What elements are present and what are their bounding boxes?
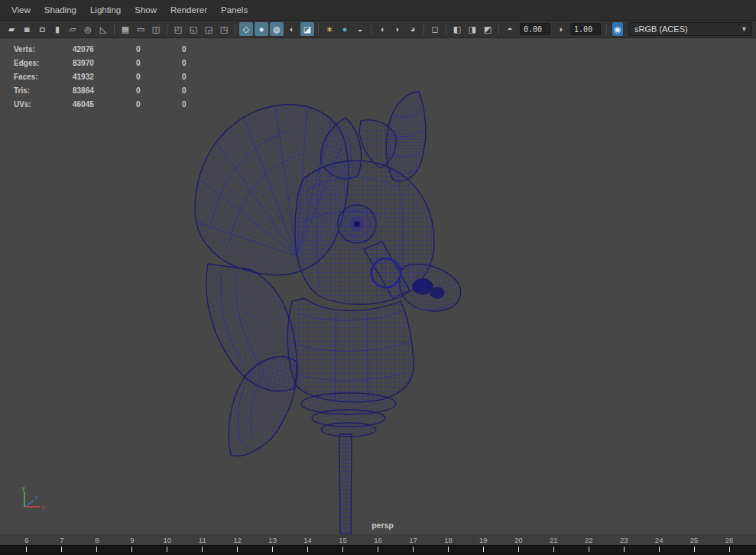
- head-wireframe[interactable]: [295, 161, 461, 311]
- toolbar-separator: [167, 24, 167, 34]
- timeline-frame-18[interactable]: 18: [430, 536, 466, 544]
- safe-action-icon[interactable]: ◲: [202, 22, 216, 36]
- field-chart-icon[interactable]: ◱: [187, 22, 200, 36]
- xray-icon[interactable]: ◪: [300, 22, 314, 36]
- timeline-tick[interactable]: [44, 546, 79, 555]
- grease-pencil-icon[interactable]: ◺: [96, 22, 110, 36]
- timeline-frame-12[interactable]: 12: [220, 536, 255, 544]
- timeline-frame-11[interactable]: 11: [185, 536, 220, 544]
- isolate-select-icon[interactable]: ▰: [5, 22, 18, 36]
- image-plane-icon[interactable]: ▱: [66, 22, 79, 36]
- timeline-frame-9[interactable]: 9: [115, 536, 150, 544]
- timeline-tick[interactable]: [220, 546, 255, 555]
- timeline-frame-21[interactable]: 21: [536, 536, 571, 544]
- axis-y-label: y: [22, 485, 25, 492]
- timeline-ticks[interactable]: [0, 545, 756, 555]
- timeline-frame-15[interactable]: 15: [326, 536, 361, 544]
- timeline-tick[interactable]: [361, 546, 396, 555]
- timeline-tick[interactable]: [466, 546, 501, 555]
- timeline-tick[interactable]: [290, 546, 326, 555]
- gamma-field[interactable]: [570, 23, 601, 35]
- colorspace-dropdown[interactable]: sRGB (ACES) ▼: [628, 22, 752, 36]
- exposure-field[interactable]: [520, 23, 550, 35]
- timeline-tick[interactable]: [536, 546, 571, 555]
- timeline-tick[interactable]: [571, 546, 606, 555]
- lights-icon[interactable]: ∗: [323, 22, 336, 36]
- timeline-frame-7[interactable]: 7: [44, 536, 79, 544]
- timeline-tick[interactable]: [9, 546, 44, 555]
- timeline-frame-23[interactable]: 23: [606, 536, 641, 544]
- timeline-tick[interactable]: [430, 546, 466, 555]
- anti-aliasing-icon[interactable]: ◗: [391, 22, 404, 36]
- film-gate-icon[interactable]: ▭: [134, 22, 148, 36]
- timeline-tick[interactable]: [255, 546, 290, 555]
- bookmark-icon[interactable]: ▮: [50, 22, 64, 36]
- make-live-icon[interactable]: ◨: [466, 22, 479, 36]
- grid-icon[interactable]: ▦: [118, 22, 132, 36]
- timeline-frame-6[interactable]: 6: [9, 536, 44, 544]
- select-camera-icon[interactable]: ◙: [20, 22, 34, 36]
- textured-icon[interactable]: ◍: [270, 22, 284, 36]
- timeline-frames[interactable]: 67891011121314151617181920212223242526: [0, 534, 756, 545]
- hud-row: Faces:4193200: [14, 70, 228, 83]
- timeline-frame-25[interactable]: 25: [677, 536, 712, 544]
- timeline-tick[interactable]: [606, 546, 641, 555]
- hud-col2: 0: [136, 45, 182, 54]
- menu-item-shading[interactable]: Shading: [37, 2, 83, 18]
- horn-wireframe[interactable]: [386, 92, 426, 181]
- screen-space-ao-icon[interactable]: ◒: [353, 22, 367, 36]
- symmetry-icon[interactable]: ◩: [481, 22, 495, 36]
- timeline-tick[interactable]: [395, 546, 430, 555]
- safe-title-icon[interactable]: ◳: [217, 22, 231, 36]
- pan-zoom-icon[interactable]: ◎: [81, 22, 95, 36]
- exposure-icon[interactable]: ◓: [503, 22, 517, 36]
- timeline-tick[interactable]: [712, 546, 747, 555]
- menu-item-panels[interactable]: Panels: [214, 2, 255, 18]
- motion-blur-icon[interactable]: ◖: [375, 22, 389, 36]
- timeline-frame-14[interactable]: 14: [290, 536, 326, 544]
- menu-item-renderer[interactable]: Renderer: [164, 2, 214, 18]
- timeline-frame-22[interactable]: 22: [571, 536, 606, 544]
- color-management-icon[interactable]: ◉: [612, 22, 623, 36]
- collar-discs-wireframe[interactable]: [301, 393, 396, 437]
- wireframe-model[interactable]: [0, 38, 756, 534]
- menu-item-view[interactable]: View: [5, 2, 37, 18]
- timeline-frame-10[interactable]: 10: [150, 536, 185, 544]
- timeline-frame-19[interactable]: 19: [466, 536, 501, 544]
- timeline-frame-24[interactable]: 24: [641, 536, 677, 544]
- smooth-shade-icon[interactable]: ●: [255, 22, 268, 36]
- snap-together-icon[interactable]: ◧: [450, 22, 464, 36]
- timeline-tick[interactable]: [641, 546, 677, 555]
- depth-of-field-icon[interactable]: ◕: [406, 22, 420, 36]
- timeline-frame-20[interactable]: 20: [501, 536, 536, 544]
- wireframe-icon[interactable]: ◇: [239, 22, 253, 36]
- timeline-frame-13[interactable]: 13: [255, 536, 290, 544]
- pole-wireframe[interactable]: [339, 434, 352, 534]
- menu-item-lighting[interactable]: Lighting: [83, 2, 128, 18]
- menu-item-show[interactable]: Show: [128, 2, 164, 18]
- timeline-tick[interactable]: [150, 546, 185, 555]
- timeline-frame-16[interactable]: 16: [361, 536, 396, 544]
- gamma-icon[interactable]: ◑: [553, 22, 567, 36]
- timeline-tick[interactable]: [115, 546, 150, 555]
- camera-attributes-icon[interactable]: ◘: [35, 22, 49, 36]
- timeline-frame-26[interactable]: 26: [712, 536, 747, 544]
- timeline-tick[interactable]: [185, 546, 220, 555]
- toolbar-separator: [371, 24, 372, 34]
- hud-value: 83864: [73, 86, 136, 95]
- hud-col3: 0: [182, 59, 228, 67]
- timeline-tick[interactable]: [79, 546, 115, 555]
- timeline-frame-17[interactable]: 17: [395, 536, 430, 544]
- timeline-tick[interactable]: [326, 546, 361, 555]
- timeline-frame-8[interactable]: 8: [79, 536, 115, 544]
- use-default-material-icon[interactable]: ◐: [285, 22, 299, 36]
- toolbar-separator: [498, 24, 499, 34]
- gate-mask-icon[interactable]: ◰: [171, 22, 185, 36]
- timeline-tick[interactable]: [677, 546, 712, 555]
- resolution-gate-icon[interactable]: ◫: [149, 22, 163, 36]
- timeline-tick[interactable]: [501, 546, 536, 555]
- viewport[interactable]: Verts:4207600Edges:8397000Faces:4193200T…: [0, 38, 756, 534]
- neck-wireframe[interactable]: [287, 298, 414, 402]
- isolate-icon[interactable]: ◻: [428, 22, 442, 36]
- shadows-icon[interactable]: ●: [338, 22, 352, 36]
